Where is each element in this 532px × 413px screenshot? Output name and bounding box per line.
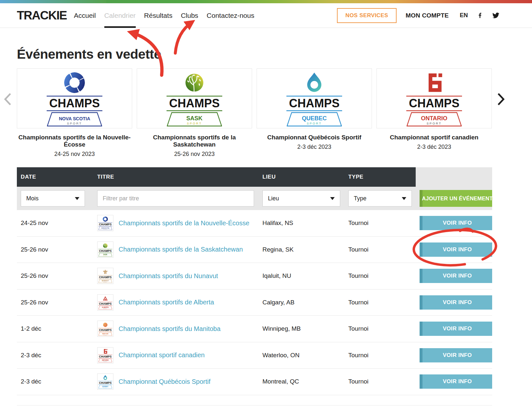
event-card-title: Championnats sportifs de la Saskatchewan — [137, 134, 252, 148]
event-card-date: 2-3 déc 2023 — [417, 144, 451, 150]
event-card-date: 24-25 nov 2023 — [54, 151, 95, 158]
svg-text:SASK: SASK — [103, 254, 108, 255]
event-card-title: Championnat Québécois Sportif — [267, 134, 361, 141]
event-title-link[interactable]: Championnats sportifs de Alberta — [119, 299, 214, 306]
nav-item-calendrier[interactable]: Calendrier — [104, 12, 136, 19]
nav-item-accueil[interactable]: Accueil — [74, 12, 96, 19]
voir-info-button[interactable]: VOIR INFO — [420, 269, 492, 283]
featured-card: CHAMPS ONTARIO SPORT Championnat sportif… — [376, 68, 492, 158]
voir-info-button[interactable]: VOIR INFO — [420, 374, 492, 389]
table-header-row: DATE TITRE LIEU TYPE — [17, 167, 492, 187]
voir-info-button[interactable]: VOIR INFO — [420, 348, 492, 362]
location-filter-select[interactable]: Lieu — [262, 190, 340, 206]
carousel-next-icon[interactable] — [497, 93, 505, 107]
chevron-down-icon — [75, 197, 79, 200]
sask-champs-logo-icon: CHAMPS SASK SPORT — [98, 242, 113, 256]
svg-text:ONTARIO: ONTARIO — [102, 360, 109, 361]
voir-info-button[interactable]: VOIR INFO — [420, 295, 492, 310]
column-header-titre: TITRE — [97, 167, 262, 187]
site-logo[interactable]: TRACKIE — [17, 9, 67, 22]
svg-text:NOVA SCOTIA: NOVA SCOTIA — [59, 116, 90, 121]
header-right: NOS SERVICES MON COMPTE EN — [337, 3, 500, 28]
event-title-link[interactable]: Championnats sportifs du Manitoba — [119, 325, 221, 333]
event-title-link[interactable]: Championnats sportifs du Nunavut — [119, 272, 218, 280]
facebook-icon[interactable] — [477, 12, 483, 18]
event-card-date: 2-3 déc 2023 — [297, 144, 331, 150]
ajouter-evenement-button[interactable]: AJOUTER UN ÉVÉNEMENT — [420, 190, 492, 207]
event-type: Tournoi — [348, 378, 416, 385]
event-card-logo[interactable]: CHAMPS NOVA SCOTIA SPORT — [17, 68, 132, 128]
svg-text:SPORT: SPORT — [187, 122, 202, 125]
svg-text:SASK: SASK — [186, 115, 202, 122]
column-header-lieu: LIEU — [262, 167, 348, 187]
type-filter-value: Type — [354, 195, 366, 202]
nova-scotia-champs-logo-icon: CHAMPS NOVA SCOTIA SPORT — [98, 216, 113, 230]
event-title-link[interactable]: Championnat sportif canadien — [119, 351, 205, 359]
event-logo-thumb: CHAMPS SASK SPORT — [97, 242, 113, 258]
event-logo-thumb: CHAMPS QUEBEC SPORT — [97, 373, 113, 390]
filter-row: Mois Lieu Type AJOUTER UN ÉVÉ — [17, 187, 492, 210]
svg-text:MANITOBA: MANITOBA — [102, 333, 109, 335]
mon-compte-link[interactable]: MON COMPTE — [406, 12, 449, 19]
location-filter-value: Lieu — [268, 195, 279, 202]
svg-text:SPORT: SPORT — [103, 387, 107, 388]
month-filter-value: Mois — [26, 195, 39, 202]
event-row: 1-2 déc CHAMPS MANITOBA SPORT Championna… — [17, 316, 492, 342]
quebec-champs-logo-icon: CHAMPS QUEBEC SPORT — [283, 70, 345, 126]
voir-info-button[interactable]: VOIR INFO — [420, 242, 492, 257]
site-header: TRACKIE AccueilCalendrierRésultatsClubsC… — [0, 3, 532, 28]
svg-text:ALBERTA: ALBERTA — [102, 307, 109, 308]
nav-item-resultats[interactable]: Résultats — [144, 12, 173, 19]
event-row: 25-26 nov CHAMPS SASK SPORT Championnats… — [17, 237, 492, 263]
event-title-link[interactable]: Championnats sportifs de la Nouvelle-Éco… — [119, 219, 249, 227]
event-row: 24-25 nov CHAMPS NOVA SCOTIA SPORT Champ… — [17, 210, 492, 237]
chevron-down-icon — [402, 197, 406, 200]
event-card-logo[interactable]: CHAMPS QUEBEC SPORT — [257, 68, 372, 128]
event-logo-thumb: CHAMPS ONTARIO SPORT — [97, 347, 113, 363]
nos-services-button[interactable]: NOS SERVICES — [337, 8, 397, 23]
event-location: Iqaluit, NU — [262, 272, 348, 279]
column-header-type: TYPE — [348, 167, 416, 187]
carousel-prev-icon[interactable] — [4, 93, 12, 107]
event-logo-thumb: CHAMPS MANITOBA SPORT — [97, 321, 113, 337]
top-gradient-bar — [0, 0, 532, 3]
event-card-logo[interactable]: CHAMPS ONTARIO SPORT — [376, 68, 492, 128]
event-date: 25-26 nov — [17, 272, 97, 279]
title-filter-input[interactable] — [97, 190, 254, 206]
event-type: Tournoi — [348, 272, 416, 279]
voir-info-button[interactable]: VOIR INFO — [420, 216, 492, 230]
nav-item-contactez-nous[interactable]: Contactez-nous — [207, 12, 254, 19]
event-card-logo[interactable]: CHAMPS SASK SPORT — [137, 68, 252, 128]
event-card-title: Championnat sportif canadien — [390, 134, 478, 141]
month-filter-select[interactable]: Mois — [21, 190, 85, 206]
ontario-champs-logo-icon: CHAMPS ONTARIO SPORT — [98, 348, 113, 362]
event-row: 2-3 déc CHAMPS ONTARIO SPORT Championnat… — [17, 342, 492, 369]
svg-text:SPORT: SPORT — [103, 229, 107, 230]
voir-info-button[interactable]: VOIR INFO — [420, 322, 492, 336]
lang-toggle[interactable]: EN — [460, 12, 468, 19]
event-location: Montreal, QC — [262, 378, 348, 385]
nav-item-clubs[interactable]: Clubs — [181, 12, 198, 19]
sask-champs-logo-icon: CHAMPS SASK SPORT — [164, 70, 225, 126]
event-date: 1-2 déc — [17, 325, 97, 332]
event-title-link[interactable]: Championnat Québécois Sportif — [119, 378, 211, 385]
event-location: Winnipeg, MB — [262, 325, 348, 332]
event-type: Tournoi — [348, 299, 416, 306]
main-nav: AccueilCalendrierRésultatsClubsContactez… — [74, 3, 254, 28]
event-title-link[interactable]: Championnats sportifs de la Saskatchewan — [119, 246, 243, 253]
svg-text:SPORT: SPORT — [103, 255, 107, 256]
event-card-title: Championnats sportifs de la Nouvelle-Éco… — [17, 134, 132, 148]
svg-text:SPORT: SPORT — [307, 122, 322, 125]
type-filter-select[interactable]: Type — [348, 190, 412, 206]
event-type: Tournoi — [348, 246, 416, 253]
twitter-icon[interactable] — [492, 12, 500, 19]
featured-card: CHAMPS NOVA SCOTIA SPORT Championnats sp… — [17, 68, 132, 158]
event-logo-thumb: CHAMPS NUNAVUT SPORT — [97, 268, 113, 284]
table-bottom-divider — [17, 405, 492, 406]
event-logo-thumb: CHAMPS ALBERTA SPORT — [97, 294, 113, 311]
nunavut-champs-logo-icon: CHAMPS NUNAVUT SPORT — [98, 269, 113, 283]
nova-scotia-champs-logo-icon: CHAMPS NOVA SCOTIA SPORT — [44, 70, 105, 126]
event-row: 25-26 nov CHAMPS ALBERTA SPORT Championn… — [17, 289, 492, 316]
manitoba-champs-logo-icon: CHAMPS MANITOBA SPORT — [98, 322, 113, 336]
event-card-date: 25-26 nov 2023 — [174, 151, 214, 158]
